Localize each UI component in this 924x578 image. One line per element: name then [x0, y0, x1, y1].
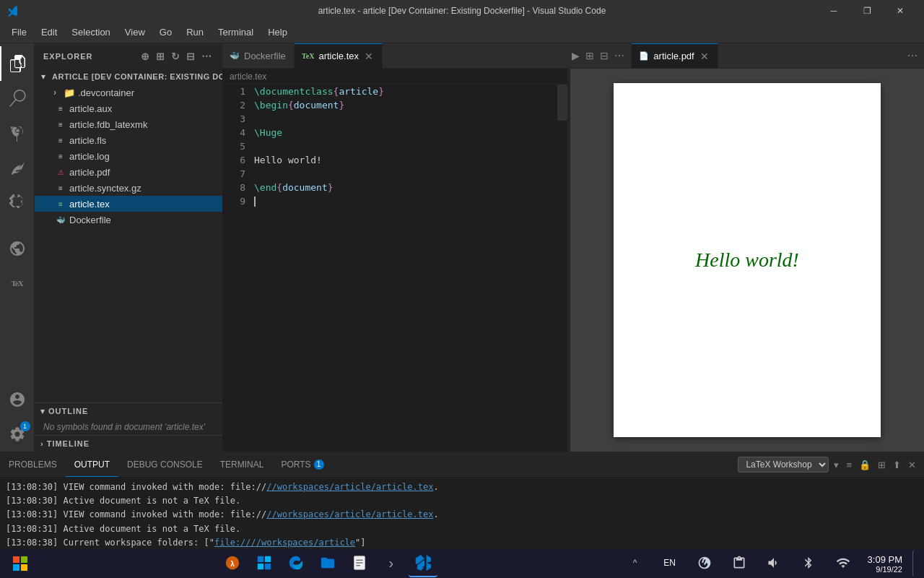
file-article-log[interactable]: ≡ article.log: [35, 148, 222, 164]
file-article-tex[interactable]: ≡ article.tex: [35, 196, 222, 212]
wsl-icon: λ: [225, 555, 240, 571]
taskbar-vscode[interactable]: [409, 550, 437, 577]
menu-terminal[interactable]: Terminal: [212, 24, 259, 40]
system-clock[interactable]: 3:09 PM 9/19/22: [863, 554, 907, 574]
pdf-panel: Hello world!: [570, 69, 924, 452]
code-editor[interactable]: \documentclass{article} \begin{document}…: [251, 85, 557, 452]
folder-icon: 📁: [64, 87, 75, 98]
tab-close-button[interactable]: ✕: [363, 51, 375, 62]
file-article-aux[interactable]: ≡ article.aux: [35, 100, 222, 116]
restore-button[interactable]: ❐: [850, 0, 884, 22]
activity-explorer[interactable]: [0, 46, 35, 81]
menu-selection[interactable]: Selection: [66, 24, 116, 40]
taskbar-notepad[interactable]: [345, 550, 374, 577]
output-source-select[interactable]: LaTeX Workshop: [738, 457, 829, 473]
tab-output[interactable]: OUTPUT: [66, 452, 118, 477]
tex-tab-icon: TeX: [302, 52, 314, 60]
file-article-fdb[interactable]: ≡ article.fdb_latexmk: [35, 116, 222, 132]
outline-header[interactable]: ▾ OUTLINE: [35, 403, 222, 419]
activity-run-debug[interactable]: [0, 150, 35, 185]
activity-latex[interactable]: TeX: [0, 266, 35, 301]
tab-article-pdf[interactable]: 📄 article.pdf ✕: [632, 43, 718, 68]
tab-label: Dockerfile: [244, 51, 286, 61]
pdf-content: Hello world!: [570, 69, 924, 452]
tab-ports[interactable]: PORTS 1: [272, 452, 332, 477]
file-article-pdf[interactable]: ⚠ article.pdf: [35, 164, 222, 180]
toggle-panel-icon[interactable]: ⊟: [598, 48, 611, 64]
tab-terminal[interactable]: TERMINAL: [212, 452, 273, 477]
more-actions-right-icon[interactable]: ⋯: [905, 48, 920, 64]
taskbar-bluetooth[interactable]: [794, 550, 823, 577]
taskbar-clipboard[interactable]: [725, 550, 754, 577]
maximize-panel-icon[interactable]: ⬆: [891, 457, 903, 473]
new-folder-icon[interactable]: ⊞: [154, 49, 167, 64]
file-pdf-icon: ⚠: [55, 166, 66, 178]
chevron-right-icon: ›: [49, 87, 61, 98]
activity-accounts[interactable]: [0, 382, 35, 417]
taskbar-wifi[interactable]: [829, 550, 858, 577]
taskbar-steam[interactable]: [690, 550, 719, 577]
tab-debug-label: DEBUG CONSOLE: [127, 460, 203, 470]
ports-badge: 1: [314, 460, 324, 470]
store-icon: [256, 555, 272, 571]
close-button[interactable]: ✕: [884, 0, 917, 22]
explorer-actions: ⊕ ⊞ ↻ ⊟ ⋯: [139, 49, 214, 64]
menu-edit[interactable]: Edit: [35, 24, 63, 40]
collapse-all-icon[interactable]: ⊟: [185, 49, 197, 64]
more-actions-icon[interactable]: ⋯: [612, 48, 627, 64]
tab-problems[interactable]: PROBLEMS: [0, 452, 66, 477]
taskbar-language[interactable]: EN: [655, 550, 684, 577]
file-devcontainer[interactable]: › 📁 .devcontainer: [35, 85, 222, 100]
menu-go[interactable]: Go: [154, 24, 178, 40]
tab-article-tex[interactable]: TeX article.tex ✕: [295, 43, 383, 68]
tab-close-pdf-button[interactable]: ✕: [699, 51, 710, 62]
start-button[interactable]: [6, 550, 35, 577]
file-article-fls[interactable]: ≡ article.fls: [35, 132, 222, 148]
output-link-2[interactable]: //workspaces/article/article.tex: [266, 509, 433, 519]
show-desktop[interactable]: [912, 550, 918, 577]
files-icon: [320, 555, 336, 571]
taskbar-systray-arrow[interactable]: ^: [621, 550, 650, 577]
output-link-3[interactable]: file:////workspaces/article: [214, 538, 355, 548]
filter-output-icon[interactable]: ≡: [844, 457, 854, 473]
minimize-button[interactable]: ─: [817, 0, 850, 22]
activity-extensions[interactable]: [0, 185, 35, 220]
titlebar: article.tex - article [Dev Container: Ex…: [0, 0, 924, 22]
refresh-icon[interactable]: ↻: [170, 49, 182, 64]
menu-view[interactable]: View: [119, 24, 151, 40]
activity-settings[interactable]: 1: [0, 417, 35, 452]
taskbar-wsl[interactable]: λ: [218, 550, 247, 577]
menu-run[interactable]: Run: [180, 24, 209, 40]
new-file-icon[interactable]: ⊕: [139, 49, 152, 64]
taskbar-store[interactable]: [250, 550, 279, 577]
taskbar-edge[interactable]: [282, 550, 310, 577]
output-link-1[interactable]: //workspaces/article/article.tex: [266, 482, 433, 492]
split-editor-icon[interactable]: ⊞: [583, 48, 596, 64]
minimap-scrollbar[interactable]: [557, 85, 567, 452]
close-panel-icon[interactable]: ✕: [906, 457, 918, 473]
taskbar-volume[interactable]: [759, 550, 788, 577]
timeline-chevron-icon: ›: [40, 439, 44, 448]
project-root[interactable]: ▾ ARTICLE [DEV CONTAINER: EXISTING DOC..…: [35, 69, 222, 85]
activity-remote[interactable]: [0, 231, 35, 266]
timeline-header[interactable]: › TIMELINE: [35, 436, 222, 452]
open-output-icon[interactable]: ⊞: [876, 457, 888, 473]
tab-dockerfile[interactable]: 🐳 Dockerfile: [222, 43, 295, 68]
file-label: article.tex: [69, 199, 110, 210]
taskbar-files[interactable]: [313, 550, 342, 577]
taskbar-more-apps[interactable]: ›: [377, 550, 406, 577]
menu-help[interactable]: Help: [262, 24, 293, 40]
file-dockerfile[interactable]: 🐳 Dockerfile: [35, 212, 222, 228]
tab-debug-console[interactable]: DEBUG CONSOLE: [118, 452, 212, 477]
run-icon[interactable]: ▶: [570, 48, 582, 64]
activity-search[interactable]: [0, 81, 35, 116]
file-article-synctex[interactable]: ≡ article.synctex.gz: [35, 180, 222, 196]
more-actions-icon[interactable]: ⋯: [200, 49, 214, 64]
output-line-3: [13:08:31] VIEW command invoked with mod…: [6, 508, 918, 522]
breadcrumb-text: article.tex: [230, 72, 266, 82]
menu-file[interactable]: File: [6, 24, 32, 40]
lock-output-icon[interactable]: 🔒: [857, 457, 873, 473]
activity-source-control[interactable]: [0, 116, 35, 150]
svg-rect-0: [13, 556, 19, 563]
output-line-5: [13:08:38] Current workspace folders: ["…: [6, 536, 918, 549]
